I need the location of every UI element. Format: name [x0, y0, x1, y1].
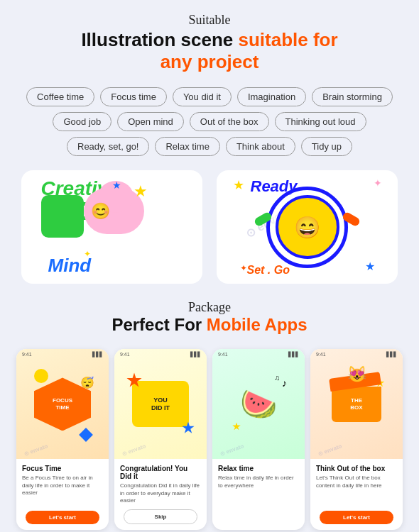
tag-item-8[interactable]: Thinking out loud	[275, 112, 366, 131]
phone-button-0[interactable]: Let's start	[26, 511, 99, 524]
tags-container: Coffee timeFocus timeYou did itImaginati…	[0, 80, 419, 163]
ready-set-go-illustration: ⊙ envato Ready ★ ✦ ★ ✦ 😄 Set . Go	[217, 170, 398, 284]
mobile-title: Perfect For Mobile Apps	[14, 315, 405, 335]
tag-item-12[interactable]: Tidy up	[301, 137, 352, 156]
ready-set-art: Ready ★ ✦ ★ ✦ 😄 Set . Go	[229, 174, 386, 280]
script-label: Suitable	[14, 13, 405, 28]
title-normal: Illustration scene	[81, 29, 233, 50]
phone-art-3: THEBOX 😻 ★	[325, 372, 388, 436]
mobile-title-highlight: Mobile Apps	[207, 315, 308, 334]
rsg-circle: 😄	[276, 195, 339, 259]
mobile-section-header: Package Perfect For Mobile Apps	[0, 294, 419, 343]
phones-row: 9:41▋▋▋ FOCUSTIME 😴 ⊙ envatoFocus TimeBe…	[0, 343, 419, 532]
tag-item-9[interactable]: Ready, set, go!	[67, 137, 149, 156]
phone-title-3: Think Out of the box	[316, 465, 397, 472]
tag-item-10[interactable]: Relax time	[155, 137, 219, 156]
mobile-script-label: Package	[14, 300, 405, 315]
tag-item-11[interactable]: Think about	[226, 137, 295, 156]
main-title: Illustration scene suitable forany proje…	[14, 29, 405, 73]
phone-title-2: Relax time	[218, 465, 299, 472]
phone-art-1: YOUDID IT	[129, 376, 192, 433]
tag-item-2[interactable]: You did it	[173, 87, 232, 106]
phone-card-0: 9:41▋▋▋ FOCUSTIME 😴 ⊙ envatoFocus TimeBe…	[16, 349, 109, 529]
tag-item-4[interactable]: Brain storming	[312, 87, 393, 106]
phone-button-1[interactable]: Skip	[124, 509, 197, 524]
phone-button-3[interactable]: Let's start	[320, 511, 393, 524]
creative-mind-art: Creative 😊 ★ ★ ✦ Mind	[34, 174, 190, 280]
phone-title-1: Congratulation! You Did it	[120, 465, 201, 480]
creative-mind-illustration: ⊙ envato Creative 😊 ★ ★ ✦ Mind	[21, 170, 202, 284]
tag-item-6[interactable]: Open mind	[117, 112, 184, 131]
phone-card-2: 9:41▋▋▋ 🍉 ♪ ♫ ⊙ envatoRelax timeRelax ti…	[212, 349, 305, 529]
header-section: Suitable Illustration scene suitable for…	[0, 0, 419, 80]
tag-item-5[interactable]: Good job	[53, 112, 111, 131]
phone-card-3: 9:41▋▋▋ THEBOX 😻 ★ ⊙ envatoThink Out of …	[310, 349, 403, 529]
phone-card-1: 9:41▋▋▋ YOUDID IT ⊙ envatoCongratulation…	[114, 349, 207, 529]
tag-item-3[interactable]: Imagination	[237, 87, 306, 106]
phone-desc-1: Congratulation Did it in daily life in o…	[120, 482, 201, 504]
phone-desc-3: Let's Think Out of the box content in da…	[316, 475, 397, 489]
phone-art-2: 🍉 ♪ ♫	[227, 374, 290, 434]
phone-desc-2: Relax time in daily life in order to eve…	[218, 475, 299, 489]
mobile-title-normal: Perfect For	[111, 315, 202, 334]
tag-item-7[interactable]: Out of the box	[190, 112, 269, 131]
illustrations-section: ⊙ envato Creative 😊 ★ ★ ✦ Mind ⊙ envato …	[0, 163, 419, 294]
setgo-text: Set . Go	[247, 264, 290, 277]
phone-desc-0: Be a Focus Time to on air in daily life …	[22, 475, 103, 497]
tag-item-0[interactable]: Coffee time	[26, 87, 94, 106]
phone-art-0: FOCUSTIME 😴	[31, 372, 94, 436]
phone-title-0: Focus Time	[22, 465, 103, 472]
tag-item-1[interactable]: Focus time	[100, 87, 167, 106]
